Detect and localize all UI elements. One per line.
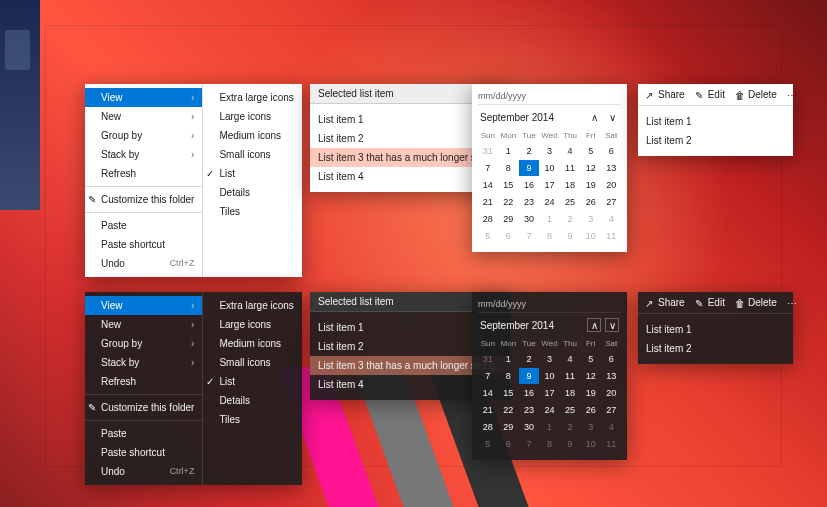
calendar-day[interactable]: 2 [560,211,580,227]
menu-item-tiles[interactable]: Tiles [203,202,301,221]
menu-item-small-icons[interactable]: Small icons [203,145,301,164]
menu-item-paste-shortcut[interactable]: Paste shortcut [85,235,202,254]
menu-item-details[interactable]: Details [203,183,301,202]
calendar-day[interactable]: 4 [560,143,580,159]
calendar-day[interactable]: 22 [499,194,519,210]
calendar-day[interactable]: 20 [601,385,621,401]
calendar-day[interactable]: 14 [478,177,498,193]
calendar-day[interactable]: 9 [560,228,580,244]
calendar-day[interactable]: 4 [601,211,621,227]
calendar-day[interactable]: 3 [581,211,601,227]
menu-item-undo[interactable]: UndoCtrl+Z [85,254,202,273]
calendar-day[interactable]: 27 [601,194,621,210]
menu-item-undo[interactable]: UndoCtrl+Z [85,462,202,481]
calendar-day[interactable]: 11 [560,160,580,176]
calendar-day[interactable]: 31 [478,351,498,367]
calendar-day[interactable]: 2 [519,351,539,367]
calendar-day[interactable]: 8 [499,368,519,384]
calendar-day[interactable]: 9 [560,436,580,452]
calendar-day[interactable]: 2 [560,419,580,435]
menu-item-medium-icons[interactable]: Medium icons [203,126,301,145]
calendar-day[interactable]: 10 [581,228,601,244]
calendar-day[interactable]: 4 [560,351,580,367]
calendar-day[interactable]: 16 [519,385,539,401]
calendar-day[interactable]: 3 [540,143,560,159]
calendar-day[interactable]: 15 [499,177,519,193]
menu-item-large-icons[interactable]: Large icons [203,315,301,334]
calendar-day[interactable]: 5 [581,351,601,367]
calendar-day[interactable]: 27 [601,402,621,418]
calendar-day[interactable]: 8 [499,160,519,176]
calendar-day[interactable]: 18 [560,385,580,401]
menu-item-paste[interactable]: Paste [85,216,202,235]
menu-item-refresh[interactable]: Refresh [85,164,202,183]
calendar-day[interactable]: 28 [478,211,498,227]
menu-item-stack-by[interactable]: Stack by› [85,353,202,372]
calendar-day[interactable]: 12 [581,160,601,176]
calendar-day[interactable]: 26 [581,402,601,418]
calendar-day[interactable]: 10 [540,368,560,384]
next-month-button[interactable]: ∨ [605,110,619,124]
calendar-day[interactable]: 1 [499,143,519,159]
calendar-day[interactable]: 23 [519,402,539,418]
calendar-day[interactable]: 19 [581,177,601,193]
calendar-day[interactable]: 1 [499,351,519,367]
menu-item-details[interactable]: Details [203,391,301,410]
calendar-day[interactable]: 3 [540,351,560,367]
calendar-day[interactable]: 21 [478,402,498,418]
calendar-day[interactable]: 7 [519,436,539,452]
menu-item-paste[interactable]: Paste [85,424,202,443]
delete-button[interactable]: 🗑Delete [731,295,781,310]
calendar-day[interactable]: 11 [560,368,580,384]
prev-month-button[interactable]: ∧ [587,110,601,124]
calendar-day[interactable]: 14 [478,385,498,401]
calendar-day[interactable]: 9 [519,368,539,384]
calendar-day[interactable]: 7 [478,160,498,176]
more-button[interactable]: ⋯ [783,87,801,102]
calendar-day[interactable]: 1 [540,211,560,227]
calendar-day[interactable]: 10 [540,160,560,176]
menu-item-list[interactable]: ✓List [203,372,301,391]
calendar-day[interactable]: 6 [601,351,621,367]
calendar-day[interactable]: 10 [581,436,601,452]
edit-button[interactable]: ✎Edit [691,87,729,102]
calendar-day[interactable]: 24 [540,402,560,418]
menu-item-stack-by[interactable]: Stack by› [85,145,202,164]
menu-item-extra-large-icons[interactable]: Extra large icons [203,88,301,107]
menu-item-new[interactable]: New› [85,315,202,334]
calendar-day[interactable]: 11 [601,228,621,244]
menu-item-group-by[interactable]: Group by› [85,334,202,353]
calendar-day[interactable]: 7 [519,228,539,244]
menu-item-new[interactable]: New› [85,107,202,126]
list-item[interactable]: List item 2 [638,339,793,358]
calendar-month-label[interactable]: September 2014 [480,320,554,331]
calendar-day[interactable]: 6 [601,143,621,159]
calendar-day[interactable]: 29 [499,419,519,435]
calendar-day[interactable]: 21 [478,194,498,210]
menu-item-customize-this-folder[interactable]: ✎Customize this folder [85,398,202,417]
calendar-month-label[interactable]: September 2014 [480,112,554,123]
menu-item-view[interactable]: View› [85,296,202,315]
calendar-day[interactable]: 5 [478,228,498,244]
calendar-day[interactable]: 25 [560,402,580,418]
calendar-day[interactable]: 13 [601,160,621,176]
menu-item-list[interactable]: ✓List [203,164,301,183]
calendar-day[interactable]: 24 [540,194,560,210]
calendar-day[interactable]: 2 [519,143,539,159]
calendar-day[interactable]: 8 [540,436,560,452]
menu-item-paste-shortcut[interactable]: Paste shortcut [85,443,202,462]
list-item[interactable]: List item 2 [638,131,793,150]
menu-item-medium-icons[interactable]: Medium icons [203,334,301,353]
calendar-day[interactable]: 18 [560,177,580,193]
calendar-day[interactable]: 8 [540,228,560,244]
calendar-day[interactable]: 20 [601,177,621,193]
edit-button[interactable]: ✎Edit [691,295,729,310]
calendar-day[interactable]: 17 [540,385,560,401]
calendar-day[interactable]: 17 [540,177,560,193]
menu-item-customize-this-folder[interactable]: ✎Customize this folder [85,190,202,209]
delete-button[interactable]: 🗑Delete [731,87,781,102]
menu-item-group-by[interactable]: Group by› [85,126,202,145]
calendar-day[interactable]: 9 [519,160,539,176]
calendar-day[interactable]: 6 [499,436,519,452]
calendar-day[interactable]: 31 [478,143,498,159]
